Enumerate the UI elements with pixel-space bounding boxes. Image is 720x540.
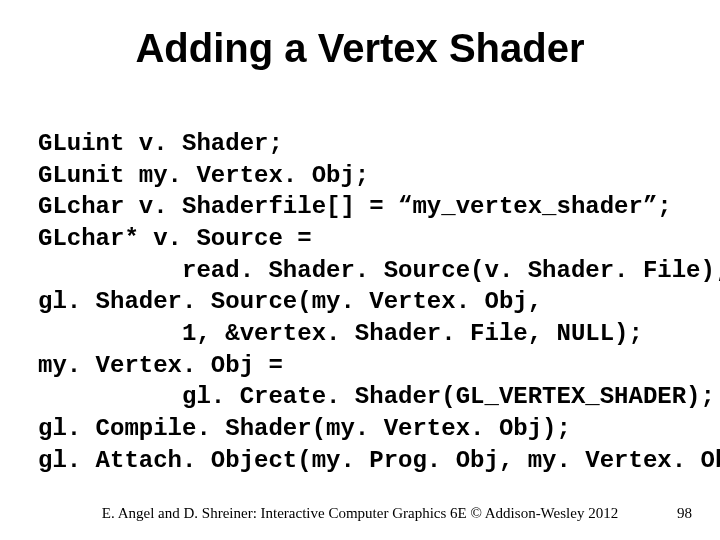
page-number: 98 [677,505,692,522]
slide-title: Adding a Vertex Shader [0,26,720,71]
footer-citation: E. Angel and D. Shreiner: Interactive Co… [0,505,720,522]
code-block: GLuint v. Shader; GLunit my. Vertex. Obj… [38,128,690,476]
slide: Adding a Vertex Shader GLuint v. Shader;… [0,0,720,540]
